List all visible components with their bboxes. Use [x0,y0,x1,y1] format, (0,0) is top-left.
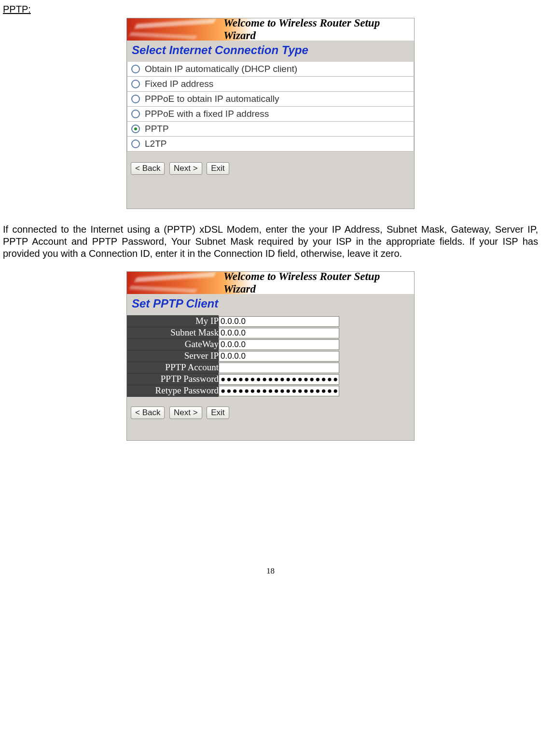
label-server-ip: Server IP [127,350,219,362]
wizard-button-row: < Back Next > Exit [127,397,414,440]
option-fixed-ip[interactable]: Fixed IP address [127,77,414,92]
next-button[interactable]: Next > [169,406,202,419]
server-ip-input[interactable] [219,351,339,362]
option-pppoe-auto[interactable]: PPPoE to obtain IP automatically [127,92,414,107]
wizard-title: Set PPTP Client [127,294,414,315]
label-gateway: GateWay [127,338,219,350]
option-label: L2TP [145,139,166,149]
page-number: 18 [3,566,538,576]
next-button[interactable]: Next > [169,162,202,175]
option-label: PPPoE to obtain IP automatically [145,94,279,104]
option-l2tp[interactable]: L2TP [127,137,414,152]
label-retype-password: Retype Password [127,385,219,396]
wizard-banner-text: Welcome to Wireless Router Setup Wizard [223,272,414,294]
option-pppoe-fixed[interactable]: PPPoE with a fixed IP address [127,107,414,122]
wizard-select-connection-type: Welcome to Wireless Router Setup Wizard … [126,18,415,209]
option-label: PPPoE with a fixed IP address [145,109,269,119]
back-button[interactable]: < Back [131,406,165,419]
radio-icon [131,80,140,88]
radio-icon [131,65,140,73]
gateway-input[interactable] [219,339,339,350]
section-heading: PPTP: [3,4,538,15]
radio-icon [131,110,140,118]
subnet-mask-input[interactable] [219,328,339,338]
wizard-title: Select Internet Connection Type [127,41,414,62]
label-my-ip: My IP [127,315,219,327]
wizard-banner: Welcome to Wireless Router Setup Wizard [127,18,414,41]
option-dhcp[interactable]: Obtain IP automatically (DHCP client) [127,62,414,77]
retype-password-input[interactable] [219,386,339,396]
wizard-banner-text: Welcome to Wireless Router Setup Wizard [223,18,414,41]
body-paragraph: If connected to the Internet using a (PP… [3,224,538,260]
wizard-banner: Welcome to Wireless Router Setup Wizard [127,272,414,294]
label-pptp-password: PPTP Password [127,373,219,385]
radio-icon [131,95,140,103]
exit-button[interactable]: Exit [207,406,229,419]
label-pptp-account: PPTP Account [127,362,219,373]
radio-icon [131,140,140,148]
option-label: Obtain IP automatically (DHCP client) [145,64,297,74]
my-ip-input[interactable] [219,316,339,327]
pptp-account-input[interactable] [219,363,339,373]
back-button[interactable]: < Back [131,162,165,175]
wizard-button-row: < Back Next > Exit [127,152,414,209]
radio-icon [131,125,140,133]
option-pptp[interactable]: PPTP [127,122,414,137]
option-label: PPTP [145,124,169,134]
exit-button[interactable]: Exit [207,162,229,175]
option-label: Fixed IP address [145,79,213,89]
pptp-password-input[interactable] [219,374,339,385]
pptp-form: My IP Subnet Mask GateWay Server IP PPTP… [127,315,414,397]
wizard-set-pptp-client: Welcome to Wireless Router Setup Wizard … [126,271,415,441]
label-subnet-mask: Subnet Mask [127,327,219,338]
